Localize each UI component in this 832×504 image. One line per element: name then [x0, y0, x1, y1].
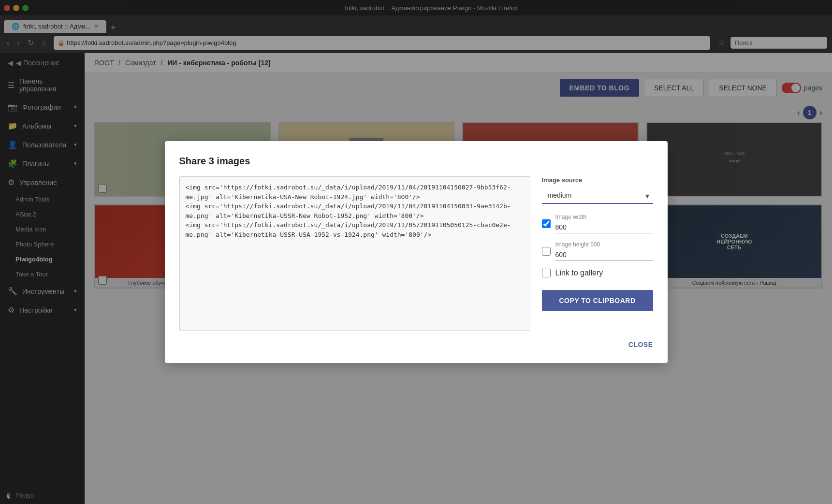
- copy-to-clipboard-button[interactable]: COPY TO CLIPBOARD: [542, 290, 653, 311]
- image-height-row: Image height 600: [542, 241, 653, 261]
- dialog-options: Image source small medium large original…: [542, 176, 653, 331]
- image-source-select[interactable]: small medium large original: [542, 187, 653, 204]
- image-height-input[interactable]: [555, 249, 653, 261]
- image-width-checkbox[interactable]: [542, 219, 551, 228]
- image-width-label: Image width: [555, 214, 653, 220]
- image-source-label: Image source: [542, 176, 653, 184]
- image-height-field: Image height 600: [555, 241, 653, 261]
- image-source-select-wrapper: small medium large original: [542, 187, 653, 204]
- share-dialog: Share 3 images Image source small medium…: [165, 141, 668, 363]
- image-width-input[interactable]: [555, 221, 653, 233]
- link-to-gallery-row: Link to gallery: [542, 269, 653, 277]
- embed-code-textarea[interactable]: [179, 176, 530, 331]
- dialog-footer: CLOSE: [179, 341, 653, 348]
- image-height-label: Image height 600: [555, 241, 653, 248]
- dialog-body: Image source small medium large original…: [179, 176, 653, 331]
- image-height-checkbox[interactable]: [542, 247, 551, 256]
- link-to-gallery-label: Link to gallery: [555, 269, 603, 277]
- link-to-gallery-checkbox[interactable]: [542, 269, 551, 277]
- image-width-row: Image width: [542, 214, 653, 233]
- image-width-field: Image width: [555, 214, 653, 233]
- dialog-overlay: Share 3 images Image source small medium…: [0, 0, 832, 504]
- close-button[interactable]: CLOSE: [628, 341, 653, 348]
- dialog-title: Share 3 images: [179, 156, 653, 167]
